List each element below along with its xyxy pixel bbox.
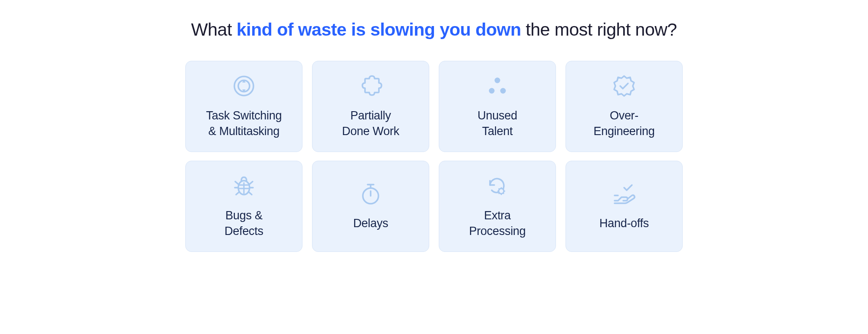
badge-check-icon bbox=[612, 74, 636, 98]
card-label: Over- Engineering bbox=[594, 108, 655, 139]
card-hand-offs[interactable]: Hand-offs bbox=[566, 161, 683, 252]
bug-icon bbox=[232, 174, 256, 198]
heading-suffix: the most right now? bbox=[521, 20, 677, 40]
reprocess-icon bbox=[485, 174, 510, 198]
handoff-icon bbox=[612, 182, 636, 206]
card-delays[interactable]: Delays bbox=[312, 161, 429, 252]
card-label: Bugs & Defects bbox=[224, 208, 263, 239]
heading-highlight: kind of waste is slowing you down bbox=[237, 20, 521, 40]
card-unused-talent[interactable]: Unused Talent bbox=[439, 61, 556, 152]
dots-icon bbox=[485, 74, 510, 98]
card-task-switching[interactable]: Task Switching & Multitasking bbox=[185, 61, 302, 152]
card-over-engineering[interactable]: Over- Engineering bbox=[566, 61, 683, 152]
card-label: Extra Processing bbox=[469, 208, 526, 239]
puzzle-icon bbox=[358, 74, 383, 98]
refresh-circle-icon bbox=[232, 74, 256, 98]
stopwatch-icon bbox=[358, 182, 383, 206]
card-extra-processing[interactable]: Extra Processing bbox=[439, 161, 556, 252]
card-label: Hand-offs bbox=[599, 215, 649, 231]
svg-point-3 bbox=[489, 88, 495, 93]
page-heading: What kind of waste is slowing you down t… bbox=[191, 20, 677, 40]
svg-point-0 bbox=[234, 76, 253, 96]
card-label: Unused Talent bbox=[477, 108, 517, 139]
card-label: Task Switching & Multitasking bbox=[206, 108, 282, 139]
card-label: Partially Done Work bbox=[342, 108, 399, 139]
card-label: Delays bbox=[353, 215, 388, 231]
svg-point-4 bbox=[500, 88, 506, 93]
card-grid: Task Switching & Multitasking Partially … bbox=[185, 61, 683, 252]
card-partially-done-work[interactable]: Partially Done Work bbox=[312, 61, 429, 152]
svg-point-2 bbox=[495, 77, 500, 83]
heading-prefix: What bbox=[191, 20, 237, 40]
card-bugs-defects[interactable]: Bugs & Defects bbox=[185, 161, 302, 252]
